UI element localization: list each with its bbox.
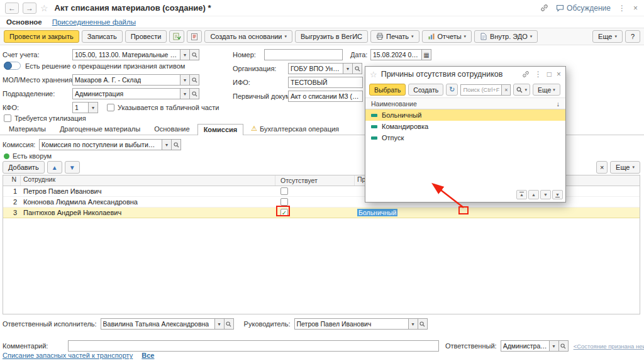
- reports-button[interactable]: Отчеты▾: [422, 30, 472, 43]
- absent-checkbox[interactable]: [280, 198, 288, 206]
- popup-list-header[interactable]: Наименование ↓: [365, 98, 565, 109]
- popup-search-options-button[interactable]: ▾: [513, 84, 530, 96]
- column-header-n[interactable]: N: [3, 175, 21, 186]
- mol-open-icon[interactable]: [190, 74, 199, 86]
- responsible-field[interactable]: Администратор ▾: [501, 340, 569, 352]
- comment-field[interactable]: [68, 340, 439, 352]
- back-button[interactable]: ←: [5, 3, 19, 14]
- popup-more-button[interactable]: Еще▾: [533, 84, 560, 96]
- link-icon[interactable]: [540, 4, 548, 12]
- popup-search-clear-icon[interactable]: ×: [502, 84, 511, 96]
- show-postings-button[interactable]: [169, 30, 184, 43]
- popup-titlebar[interactable]: ☆ Причины отсутствия сотрудников ⋮ □ ×: [365, 67, 565, 82]
- tab-commission[interactable]: Комиссия: [197, 124, 244, 135]
- absent-checkbox[interactable]: [280, 187, 288, 195]
- reason-cell-selected-text[interactable]: Больничный: [357, 209, 397, 216]
- primary-doc-field[interactable]: Акт о списании МЗ (ф. 0510460) (61н...: [288, 91, 363, 102]
- spare-parts-link[interactable]: Списание запасных частей к транспорту: [3, 352, 133, 359]
- window-menu-icon[interactable]: ⋮: [618, 4, 626, 13]
- kfo-field[interactable]: 1 ▾: [72, 102, 98, 113]
- commission-dropdown-icon[interactable]: ▾: [162, 139, 172, 150]
- manager-field[interactable]: Петров Павел Иванович ▾: [294, 318, 428, 330]
- column-header-employee[interactable]: Сотрудник: [21, 175, 275, 186]
- table-search-clear-button[interactable]: ×: [596, 161, 608, 174]
- commission-open-icon[interactable]: [172, 139, 181, 150]
- column-header-absent[interactable]: Отсутствует: [275, 175, 355, 186]
- department-field[interactable]: Администрация ▾: [72, 88, 199, 99]
- ifo-field[interactable]: ТЕСТОВЫЙ: [288, 77, 363, 88]
- post-and-close-button[interactable]: Провести и закрыть: [4, 30, 79, 43]
- add-row-button[interactable]: Добавить: [3, 161, 45, 174]
- mol-dropdown-icon[interactable]: ▾: [180, 74, 190, 86]
- tab-basis[interactable]: Основание: [148, 123, 196, 135]
- list-item[interactable]: Отпуск: [365, 132, 565, 143]
- date-field[interactable]: 15.08.2024 0:00:00 ▦: [370, 49, 431, 60]
- popup-maximize-icon[interactable]: □: [547, 70, 552, 79]
- recognition-state-link[interactable]: <Состояние признана неизвестно>: [574, 343, 644, 350]
- all-link[interactable]: Все: [142, 352, 154, 359]
- absent-checkbox-checked[interactable]: ✓: [280, 209, 288, 216]
- account-field[interactable]: 105.00, 113.00. Материальные запасы, Би …: [72, 49, 199, 60]
- executor-field[interactable]: Вавилина Татьяна Александровна ▾: [101, 318, 234, 330]
- print-button[interactable]: Печать▾: [370, 30, 419, 43]
- manager-open-icon[interactable]: [418, 318, 428, 330]
- forward-button[interactable]: →: [23, 3, 36, 14]
- go-to-last-button[interactable]: ▼: [552, 190, 563, 199]
- tab-attached-files[interactable]: Присоединенные файлы: [52, 18, 136, 26]
- popup-menu-icon[interactable]: ⋮: [535, 70, 542, 79]
- sort-descending-icon[interactable]: ↓: [557, 100, 560, 108]
- popup-select-button[interactable]: Выбрать: [369, 84, 406, 96]
- decision-toggle[interactable]: [4, 62, 21, 70]
- popup-close-icon[interactable]: ×: [557, 70, 561, 79]
- table-row-selected[interactable]: 3 Пантюхов Андрей Николаевич ✓ Больничны…: [3, 208, 640, 218]
- organization-dropdown-icon[interactable]: ▾: [343, 63, 353, 74]
- account-open-icon[interactable]: [190, 49, 199, 60]
- ifo-label: ИФО:: [233, 79, 288, 86]
- go-down-button[interactable]: ▼: [540, 190, 551, 199]
- favorite-star-icon[interactable]: ☆: [40, 3, 48, 13]
- executor-open-icon[interactable]: [225, 318, 234, 330]
- tab-materials[interactable]: Материалы: [3, 123, 52, 135]
- list-item-selected[interactable]: Больничный: [365, 109, 565, 121]
- discussion-button[interactable]: Обсуждение: [556, 4, 611, 13]
- internal-edo-button[interactable]: Внутр. ЭДО▾: [474, 30, 538, 43]
- tab-precious-materials[interactable]: Драгоценные материалы: [53, 123, 147, 135]
- go-to-first-button[interactable]: ▲: [516, 190, 527, 199]
- calendar-icon[interactable]: ▦: [422, 49, 431, 60]
- tab-accounting-operation[interactable]: ⚠Бухгалтерская операция: [245, 123, 345, 135]
- document-structure-button[interactable]: [187, 30, 202, 43]
- popup-favorite-star-icon[interactable]: ☆: [370, 70, 377, 79]
- post-button[interactable]: Провести: [125, 30, 167, 43]
- department-dropdown-icon[interactable]: ▾: [180, 88, 190, 99]
- create-based-on-button[interactable]: Создать на основании▾: [204, 30, 292, 43]
- commission-field[interactable]: Комиссия по поступлени и выбытию активов…: [39, 139, 181, 150]
- help-button[interactable]: ?: [625, 30, 640, 43]
- list-item[interactable]: Командировка: [365, 121, 565, 132]
- manager-dropdown-icon[interactable]: ▾: [409, 318, 418, 330]
- write-button[interactable]: Записать: [82, 30, 123, 43]
- kfo-tabular-checkbox[interactable]: [107, 104, 114, 111]
- window-close-icon[interactable]: ×: [633, 4, 638, 13]
- more-button[interactable]: Еще▾: [592, 30, 623, 43]
- go-up-button[interactable]: ▲: [528, 190, 539, 199]
- popup-create-button[interactable]: Создать: [408, 84, 443, 96]
- utilization-checkbox[interactable]: [4, 114, 11, 122]
- move-row-down-button[interactable]: ▼: [65, 161, 80, 174]
- department-open-icon[interactable]: [190, 88, 199, 99]
- account-dropdown-icon[interactable]: ▾: [180, 49, 190, 60]
- popup-link-icon[interactable]: [522, 70, 530, 78]
- move-row-up-button[interactable]: ▲: [47, 161, 62, 174]
- responsible-open-icon[interactable]: [559, 340, 569, 352]
- kfo-dropdown-icon[interactable]: ▾: [89, 102, 98, 113]
- upload-vegis-button[interactable]: Выгрузить в ВегИС: [295, 30, 368, 43]
- tab-main[interactable]: Основное: [6, 18, 42, 26]
- organization-field[interactable]: ГОБУ ВПО Университет искусств (Субсидия)…: [288, 63, 362, 74]
- number-field[interactable]: [264, 49, 343, 60]
- executor-dropdown-icon[interactable]: ▾: [215, 318, 225, 330]
- organization-open-icon[interactable]: [353, 63, 362, 74]
- table-more-button[interactable]: Еще▾: [610, 161, 640, 174]
- popup-refresh-button[interactable]: ↻: [446, 84, 458, 96]
- responsible-dropdown-icon[interactable]: ▾: [550, 340, 559, 352]
- popup-search-input[interactable]: [460, 84, 502, 96]
- mol-field[interactable]: Макаров А. Г. - Склад ▾: [72, 74, 199, 86]
